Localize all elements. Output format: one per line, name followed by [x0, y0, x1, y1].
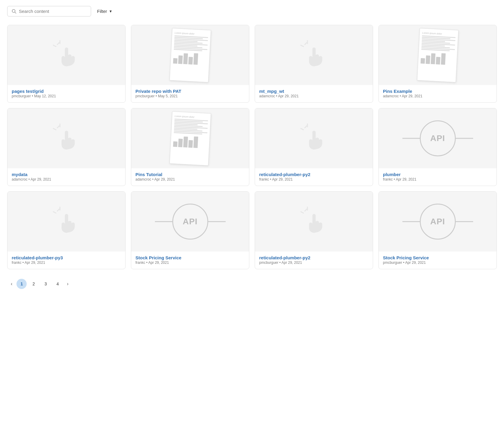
chevron-down-icon: ▼ — [109, 9, 112, 13]
card-thumbnail: API — [379, 192, 497, 252]
card-meta: frankc • Apr 29, 2021 — [259, 177, 369, 181]
list-item[interactable]: API plumber frankc • Apr 29, 2021 — [378, 108, 497, 186]
pagination-page-1[interactable]: 1 — [16, 279, 27, 289]
card-thumbnail: API — [379, 108, 497, 168]
svg-line-11 — [305, 126, 307, 128]
list-item[interactable]: API Stock Pricing Service frankc • Apr 2… — [131, 191, 249, 269]
card-thumbnail — [255, 108, 373, 168]
list-item[interactable]: mt_mpg_wt adamcroc • Apr 29, 2021 — [255, 25, 373, 103]
list-item[interactable]: reticulated-plumber-py3 frankc • Apr 29,… — [7, 191, 126, 269]
api-circle: API — [172, 204, 208, 240]
pagination: ‹1234› — [7, 279, 497, 289]
hand-cursor-icon — [298, 205, 331, 238]
card-thumbnail: Lorem ipsum dolor — [131, 108, 249, 168]
card-thumbnail — [7, 192, 125, 252]
card-info: mydata adamcroc • Apr 29, 2021 — [7, 168, 125, 186]
svg-line-12 — [301, 128, 304, 130]
list-item[interactable]: mydata adamcroc • Apr 29, 2021 — [7, 108, 126, 186]
card-thumbnail: Lorem ipsum dolor — [131, 25, 249, 85]
card-title[interactable]: mt_mpg_wt — [259, 89, 284, 94]
card-info: mt_mpg_wt adamcroc • Apr 29, 2021 — [255, 85, 373, 102]
card-title[interactable]: plumber — [383, 172, 401, 177]
card-meta: pmcburguer • May 5, 2021 — [135, 94, 245, 98]
svg-line-2 — [57, 43, 59, 45]
card-title[interactable]: Stock Pricing Service — [383, 255, 429, 260]
card-thumbnail — [255, 192, 373, 252]
card-info: pages test/grid pmcburguer • May 12, 202… — [7, 85, 125, 102]
list-item[interactable]: Lorem ipsum dolor — [131, 108, 249, 186]
header: Filter ▼ — [7, 6, 497, 16]
filter-button[interactable]: Filter ▼ — [97, 9, 112, 14]
card-meta: pmcburguer • Apr 29, 2021 — [383, 261, 492, 265]
api-text: API — [183, 217, 198, 226]
svg-line-6 — [301, 45, 304, 46]
card-title[interactable]: Pins Tutorial — [135, 172, 162, 177]
list-item[interactable]: reticulated-plumber-py2 frankc • Apr 29,… — [255, 108, 373, 186]
list-item[interactable]: Lorem ipsum dolor — [378, 25, 497, 103]
card-meta: pmcburguer • May 12, 2021 — [12, 94, 121, 98]
card-title[interactable]: Stock Pricing Service — [135, 255, 181, 260]
card-thumbnail — [7, 108, 125, 168]
svg-line-8 — [57, 126, 59, 128]
list-item[interactable]: Lorem ipsum dolor — [131, 25, 249, 103]
hand-cursor-icon — [298, 122, 331, 155]
svg-line-3 — [53, 45, 56, 46]
pagination-next[interactable]: › — [64, 280, 71, 288]
pagination-page-2[interactable]: 2 — [28, 279, 39, 289]
pagination-prev[interactable]: ‹ — [8, 280, 15, 288]
card-info: Pins Tutorial adamcroc • Apr 29, 2021 — [131, 168, 249, 186]
card-meta: frankc • Apr 29, 2021 — [383, 177, 492, 181]
card-info: Private repo with PAT pmcburguer • May 5… — [131, 85, 249, 102]
list-item[interactable]: API Stock Pricing Service pmcburguer • A… — [378, 191, 497, 269]
card-title[interactable]: reticulated-plumber-py2 — [259, 255, 310, 260]
card-info: Stock Pricing Service pmcburguer • Apr 2… — [379, 252, 497, 269]
card-meta: adamcroc • Apr 29, 2021 — [135, 177, 245, 181]
hand-cursor-icon — [50, 39, 83, 72]
doc-preview: Lorem ipsum dolor — [379, 25, 497, 85]
api-text: API — [430, 134, 445, 143]
svg-line-14 — [57, 209, 59, 211]
card-title[interactable]: reticulated-plumber-py2 — [259, 172, 310, 177]
card-thumbnail — [255, 25, 373, 85]
card-info: Pins Example adamcroc • Apr 29, 2021 — [379, 85, 497, 102]
card-meta: adamcroc • Apr 29, 2021 — [12, 177, 121, 181]
card-info: reticulated-plumber-py2 frankc • Apr 29,… — [255, 168, 373, 186]
api-icon-wrap: API — [131, 192, 249, 252]
api-text: API — [430, 217, 445, 226]
filter-label: Filter — [97, 9, 107, 14]
pagination-page-3[interactable]: 3 — [40, 279, 51, 289]
card-title[interactable]: Pins Example — [383, 89, 412, 94]
hand-cursor-icon — [298, 39, 331, 72]
pagination-page-4[interactable]: 4 — [52, 279, 63, 289]
card-meta: pmcburguer • Apr 29, 2021 — [259, 261, 369, 265]
hand-cursor-icon — [50, 205, 83, 238]
card-thumbnail: API — [131, 192, 249, 252]
svg-line-5 — [305, 43, 307, 45]
svg-line-1 — [15, 12, 16, 13]
list-item[interactable]: pages test/grid pmcburguer • May 12, 202… — [7, 25, 126, 103]
api-circle: API — [420, 120, 456, 156]
list-item[interactable]: reticulated-plumber-py2 pmcburguer • Apr… — [255, 191, 373, 269]
card-thumbnail — [7, 25, 125, 85]
content-grid: pages test/grid pmcburguer • May 12, 202… — [7, 25, 497, 269]
card-thumbnail: Lorem ipsum dolor — [379, 25, 497, 85]
api-circle: API — [420, 204, 456, 240]
doc-preview: Lorem ipsum dolor — [131, 25, 249, 85]
card-info: Stock Pricing Service frankc • Apr 29, 2… — [131, 252, 249, 269]
card-title[interactable]: mydata — [12, 172, 28, 177]
card-meta: adamcroc • Apr 29, 2021 — [259, 94, 369, 98]
hand-cursor-icon — [50, 122, 83, 155]
search-box[interactable] — [7, 6, 91, 16]
card-info: reticulated-plumber-py3 frankc • Apr 29,… — [7, 252, 125, 269]
api-icon-wrap: API — [379, 108, 497, 168]
svg-line-9 — [53, 128, 56, 130]
search-input[interactable] — [19, 9, 87, 14]
card-title[interactable]: reticulated-plumber-py3 — [12, 255, 63, 260]
card-info: plumber frankc • Apr 29, 2021 — [379, 168, 497, 186]
svg-line-18 — [301, 212, 304, 213]
api-icon-wrap: API — [379, 192, 497, 252]
card-meta: frankc • Apr 29, 2021 — [12, 261, 121, 265]
card-info: reticulated-plumber-py2 pmcburguer • Apr… — [255, 252, 373, 269]
card-title[interactable]: Private repo with PAT — [135, 89, 181, 94]
card-title[interactable]: pages test/grid — [12, 89, 44, 94]
